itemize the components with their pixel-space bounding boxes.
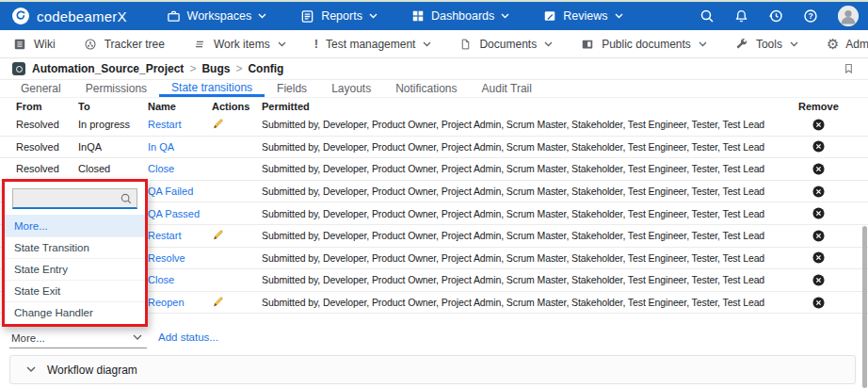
remove-icon[interactable] bbox=[812, 274, 825, 286]
breadcrumb-project[interactable]: Automation_Source_Project bbox=[32, 62, 184, 75]
add-status-link[interactable]: Add status... bbox=[158, 331, 218, 343]
admin-menu[interactable]: Admin bbox=[827, 37, 868, 52]
project-toolbar: Wiki Tracker tree Work items Test manage… bbox=[0, 30, 868, 58]
search-icon bbox=[120, 192, 133, 205]
toolbar-item-work-items[interactable]: Work items bbox=[193, 38, 286, 51]
transition-link[interactable]: Restart bbox=[148, 119, 181, 130]
nav-menu-reports[interactable]: Reports bbox=[300, 9, 378, 24]
tab-general[interactable]: General bbox=[8, 80, 73, 97]
cell-permitted: Submitted by, Developer, Product Owner, … bbox=[262, 230, 783, 241]
dropdown-options: More... State Transition State Entry Sta… bbox=[5, 215, 145, 323]
toolbar-item-tracker-tree[interactable]: Tracker tree bbox=[84, 38, 165, 51]
wiki-icon bbox=[13, 38, 26, 51]
exclamation-icon bbox=[314, 37, 318, 51]
chevron-down-icon bbox=[423, 41, 431, 47]
nav-menu-label: Dashboards bbox=[431, 9, 494, 23]
nav-menu-workspaces[interactable]: Workspaces bbox=[167, 9, 267, 24]
header-permitted: Permitted bbox=[262, 101, 783, 112]
codebeamer-logo-icon bbox=[11, 7, 30, 25]
tab-permissions[interactable]: Permissions bbox=[73, 80, 159, 97]
user-avatar[interactable] bbox=[838, 6, 859, 26]
header-name: Name bbox=[148, 101, 212, 112]
table-header-row: From To Name Actions Permitted Remove bbox=[0, 98, 868, 114]
tab-audit-trail[interactable]: Audit Trail bbox=[470, 80, 544, 97]
tab-layouts[interactable]: Layouts bbox=[319, 80, 383, 97]
cell-from: Resolved bbox=[16, 163, 78, 174]
remove-icon[interactable] bbox=[812, 140, 825, 153]
tracker-tree-icon bbox=[84, 38, 97, 51]
chevron-down-icon bbox=[544, 41, 553, 47]
wrench-icon bbox=[735, 38, 748, 51]
nav-menu-label: Reports bbox=[321, 9, 362, 23]
remove-icon[interactable] bbox=[812, 230, 825, 242]
remove-icon[interactable] bbox=[812, 163, 825, 175]
remove-icon[interactable] bbox=[812, 207, 825, 219]
tab-state-transitions[interactable]: State transitions bbox=[159, 80, 265, 97]
toolbar-item-tools[interactable]: Tools bbox=[735, 38, 798, 51]
transition-link[interactable]: QA Passed bbox=[148, 208, 200, 219]
svg-text:?: ? bbox=[808, 11, 812, 21]
cell-permitted: Submitted by, Developer, Product Owner, … bbox=[262, 274, 783, 285]
vertical-scrollbar-thumb[interactable] bbox=[862, 226, 867, 388]
collapse-chevron-icon bbox=[26, 366, 36, 373]
tab-notifications[interactable]: Notifications bbox=[383, 80, 469, 97]
toolbar-item-wiki[interactable]: Wiki bbox=[13, 38, 56, 51]
cell-permitted: Submitted by, Developer, Product Owner, … bbox=[262, 119, 783, 130]
transition-link[interactable]: Resolve bbox=[148, 252, 185, 264]
main-navbar: codebeamerX Workspaces Reports Dashboard… bbox=[0, 2, 868, 30]
dropdown-option-more[interactable]: More... bbox=[5, 215, 145, 236]
cell-from: Resolved bbox=[16, 141, 78, 153]
header-remove: Remove bbox=[783, 101, 854, 112]
remove-icon[interactable] bbox=[812, 119, 825, 131]
dropdown-option-state-entry[interactable]: State Entry bbox=[5, 258, 145, 280]
remove-icon[interactable] bbox=[812, 186, 825, 198]
cell-permitted: Submitted by, Developer, Product Owner, … bbox=[262, 297, 783, 308]
breadcrumb-page[interactable]: Config bbox=[248, 62, 283, 75]
toolbar-item-label: Wiki bbox=[34, 38, 56, 51]
work-items-icon bbox=[193, 38, 206, 51]
edit-pencil-icon[interactable] bbox=[212, 118, 224, 130]
nav-menu-reviews[interactable]: Reviews bbox=[543, 9, 622, 24]
toolbar-item-documents[interactable]: Documents bbox=[459, 38, 553, 51]
dropdown-option-change-handler[interactable]: Change Handler bbox=[5, 301, 145, 323]
transition-link[interactable]: In QA bbox=[148, 141, 174, 153]
transition-link[interactable]: Restart bbox=[148, 230, 181, 241]
help-icon[interactable]: ? bbox=[803, 8, 818, 24]
toolbar-item-public-documents[interactable]: Public documents bbox=[581, 38, 707, 51]
chevron-down-icon bbox=[615, 13, 623, 19]
chevron-down-icon bbox=[369, 13, 378, 19]
breadcrumb-tracker[interactable]: Bugs bbox=[201, 62, 230, 75]
gear-icon bbox=[827, 37, 839, 52]
cell-from: Resolved bbox=[16, 119, 78, 130]
toolbar-item-test-management[interactable]: Test management bbox=[314, 37, 432, 51]
history-icon[interactable] bbox=[768, 8, 783, 24]
dropdown-option-state-exit[interactable]: State Exit bbox=[5, 280, 145, 301]
transition-link[interactable]: Reopen bbox=[148, 297, 185, 308]
toolbar-item-label: Tools bbox=[756, 38, 782, 51]
nav-menus: Workspaces Reports Dashboards Reviews bbox=[167, 9, 623, 24]
project-icon bbox=[12, 62, 25, 75]
workspaces-icon bbox=[167, 9, 181, 24]
bookmark-icon[interactable] bbox=[843, 62, 855, 75]
remove-icon[interactable] bbox=[812, 297, 825, 309]
transition-link[interactable]: QA Failed bbox=[148, 186, 193, 197]
breadcrumb-separator: > bbox=[235, 62, 242, 75]
breadcrumb-separator: > bbox=[189, 62, 196, 75]
nav-menu-dashboards[interactable]: Dashboards bbox=[411, 9, 509, 24]
notifications-icon[interactable] bbox=[734, 8, 748, 24]
more-select[interactable]: More... bbox=[9, 328, 147, 348]
tab-fields[interactable]: Fields bbox=[265, 80, 319, 97]
cell-permitted: Submitted by, Developer, Product Owner, … bbox=[262, 141, 783, 153]
transition-link[interactable]: Close bbox=[148, 274, 174, 285]
transition-link[interactable]: Close bbox=[148, 163, 174, 174]
edit-pencil-icon[interactable] bbox=[212, 229, 224, 241]
chevron-down-icon bbox=[501, 13, 509, 19]
remove-icon[interactable] bbox=[812, 251, 825, 264]
dashboards-icon bbox=[411, 9, 425, 23]
codebeamer-logo[interactable]: codebeamerX bbox=[11, 7, 127, 25]
dropdown-option-state-transition[interactable]: State Transition bbox=[5, 236, 145, 258]
edit-pencil-icon[interactable] bbox=[212, 296, 224, 308]
search-icon[interactable] bbox=[699, 8, 715, 24]
admin-label: Admin bbox=[845, 38, 868, 51]
workflow-diagram-section[interactable]: Workflow diagram bbox=[9, 355, 856, 384]
